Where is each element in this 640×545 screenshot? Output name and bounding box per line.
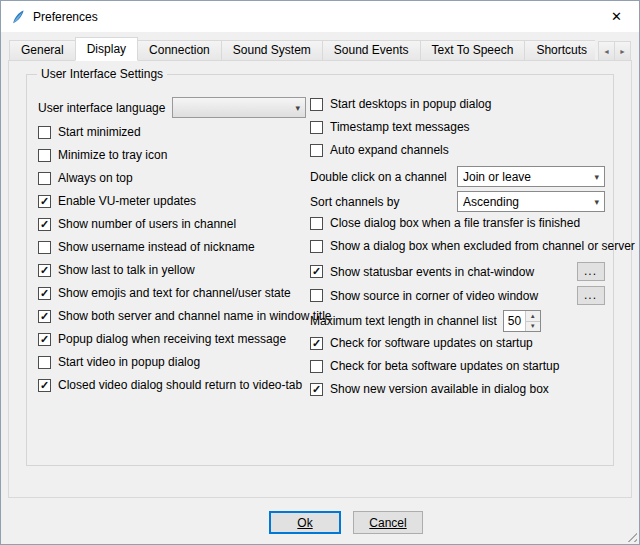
max-text-length-spinner[interactable]: 50 ▲ ▼ xyxy=(503,310,541,332)
checkbox[interactable]: ✓ xyxy=(38,241,51,254)
checkbox[interactable]: ✓ xyxy=(38,172,51,185)
checkbox[interactable]: ✓ xyxy=(38,195,51,208)
tab-scroll-right-icon[interactable]: ► xyxy=(614,41,631,61)
tab-general[interactable]: General xyxy=(9,40,76,61)
checkbox-row[interactable]: ✓ Close dialog box when a file transfer … xyxy=(310,216,605,230)
checkbox-row[interactable]: ✓ Show username instead of nickname xyxy=(38,240,306,254)
sort-channels-dropdown[interactable]: Ascending ▾ xyxy=(457,191,605,212)
checkbox-row[interactable]: ✓ Popup dialog when receiving text messa… xyxy=(38,332,306,346)
checkbox[interactable]: ✓ xyxy=(310,337,323,350)
checkbox-row[interactable]: ✓ Start minimized xyxy=(38,125,306,139)
checkbox-label: Show last to talk in yellow xyxy=(58,263,195,277)
resize-grip[interactable] xyxy=(624,529,637,542)
checkbox[interactable]: ✓ xyxy=(38,218,51,231)
cancel-button-label: Cancel xyxy=(369,516,406,530)
check-icon: ✓ xyxy=(40,265,49,276)
checkbox-label: Show emojis and text for channel/user st… xyxy=(58,286,291,300)
checkbox-row[interactable]: ✓ Minimize to tray icon xyxy=(38,148,306,162)
chevron-down-icon: ▾ xyxy=(594,197,599,207)
checkbox-label: Start minimized xyxy=(58,125,141,139)
chevron-down-icon: ▾ xyxy=(295,103,300,113)
checkbox-label: Always on top xyxy=(58,171,133,185)
checkbox-label: Show source in corner of video window xyxy=(330,289,538,303)
checkbox[interactable]: ✓ xyxy=(310,144,323,157)
video-source-more-button[interactable]: ... xyxy=(577,286,605,305)
language-dropdown[interactable]: ▾ xyxy=(172,97,306,118)
checkbox-label: Show new version available in dialog box xyxy=(330,382,549,396)
titlebar[interactable]: Preferences ✕ xyxy=(1,1,639,32)
statusbar-events-more-button[interactable]: ... xyxy=(577,262,605,281)
spin-up-icon[interactable]: ▲ xyxy=(526,311,540,322)
checkbox[interactable]: ✓ xyxy=(38,287,51,300)
checkbox[interactable]: ✓ xyxy=(310,217,323,230)
checkbox-label: Check for software updates on startup xyxy=(330,336,533,350)
checkbox[interactable]: ✓ xyxy=(310,121,323,134)
checkbox-row[interactable]: ✓ Show last to talk in yellow xyxy=(38,263,306,277)
checkbox[interactable]: ✓ xyxy=(310,360,323,373)
check-icon: ✓ xyxy=(312,266,321,277)
checkbox-label: Start desktops in popup dialog xyxy=(330,97,491,111)
checkbox-row[interactable]: ✓ Closed video dialog should return to v… xyxy=(38,378,306,392)
right-checkbox-list-bottom: ✓ Check for software updates on startup … xyxy=(310,336,605,396)
checkbox-label: Timestamp text messages xyxy=(330,120,470,134)
checkbox-label: Popup dialog when receiving text message xyxy=(58,332,286,346)
checkbox-row[interactable]: ✓ Check for software updates on startup xyxy=(310,336,605,350)
check-icon: ✓ xyxy=(40,288,49,299)
check-icon: ✓ xyxy=(312,338,321,349)
check-icon: ✓ xyxy=(40,196,49,207)
group-title: User Interface Settings xyxy=(37,67,167,81)
tab-shortcuts[interactable]: Shortcuts xyxy=(524,40,595,61)
checkbox-row[interactable]: ✓ Auto expand channels xyxy=(310,143,605,157)
double-click-label: Double click on a channel xyxy=(310,170,447,184)
tab-connection[interactable]: Connection xyxy=(137,40,222,61)
checkbox[interactable]: ✓ xyxy=(38,264,51,277)
checkbox-row[interactable]: ✓ Enable VU-meter updates xyxy=(38,194,306,208)
checkbox-label: Start video in popup dialog xyxy=(58,355,200,369)
checkbox[interactable]: ✓ xyxy=(310,383,323,396)
left-checkbox-list: ✓ Start minimized ✓ Minimize to tray ico… xyxy=(38,125,306,392)
double-click-setting-row: Double click on a channel Join or leave … xyxy=(310,166,605,187)
dropdown-value: Ascending xyxy=(463,195,590,209)
check-icon: ✓ xyxy=(40,380,49,391)
checkbox[interactable]: ✓ xyxy=(38,333,51,346)
preferences-dialog: Preferences ✕ General Display Connection… xyxy=(0,0,640,545)
checkbox[interactable]: ✓ xyxy=(38,379,51,392)
checkbox[interactable]: ✓ xyxy=(310,240,323,253)
checkbox-label: Show username instead of nickname xyxy=(58,240,255,254)
checkbox[interactable]: ✓ xyxy=(38,356,51,369)
spin-down-icon[interactable]: ▼ xyxy=(526,322,540,332)
checkbox[interactable]: ✓ xyxy=(38,310,51,323)
checkbox-row[interactable]: ✓ Start desktops in popup dialog xyxy=(310,97,605,111)
checkbox[interactable]: ✓ xyxy=(38,149,51,162)
checkbox[interactable]: ✓ xyxy=(38,126,51,139)
checkbox-row[interactable]: ✓ Show both server and channel name in w… xyxy=(38,309,306,323)
ok-button-label: Ok xyxy=(297,516,312,530)
right-checkbox-list-top: ✓ Start desktops in popup dialog ✓ Times… xyxy=(310,97,605,157)
tab-sound-system[interactable]: Sound System xyxy=(221,40,323,61)
tab-display[interactable]: Display xyxy=(75,37,138,61)
max-text-length-row: Maximum text length in channel list 50 ▲… xyxy=(310,310,605,332)
tab-sound-events[interactable]: Sound Events xyxy=(322,40,421,61)
statusbar-events-checkbox[interactable]: ✓ xyxy=(310,265,323,278)
video-source-checkbox[interactable]: ✓ xyxy=(310,289,323,302)
double-click-dropdown[interactable]: Join or leave ▾ xyxy=(457,166,605,187)
window-title: Preferences xyxy=(33,10,98,24)
cancel-button[interactable]: Cancel xyxy=(353,511,423,534)
checkbox-row[interactable]: ✓ Timestamp text messages xyxy=(310,120,605,134)
ok-button[interactable]: Ok xyxy=(269,511,341,534)
tab-text-to-speech[interactable]: Text To Speech xyxy=(420,40,526,61)
dropdown-value: Join or leave xyxy=(463,170,590,184)
checkbox-row[interactable]: ✓ Show a dialog box when excluded from c… xyxy=(310,239,605,253)
checkbox-row[interactable]: ✓ Show new version available in dialog b… xyxy=(310,382,605,396)
right-checkbox-list-mid: ✓ Close dialog box when a file transfer … xyxy=(310,216,605,253)
checkbox[interactable]: ✓ xyxy=(310,98,323,111)
checkbox-row[interactable]: ✓ Show number of users in channel xyxy=(38,217,306,231)
checkbox-label: Show number of users in channel xyxy=(58,217,236,231)
checkbox-row[interactable]: ✓ Check for beta software updates on sta… xyxy=(310,359,605,373)
tab-scroll-left-icon[interactable]: ◄ xyxy=(598,41,615,61)
checkbox-row[interactable]: ✓ Show emojis and text for channel/user … xyxy=(38,286,306,300)
checkbox-row[interactable]: ✓ Always on top xyxy=(38,171,306,185)
checkbox-row[interactable]: ✓ Start video in popup dialog xyxy=(38,355,306,369)
close-button[interactable]: ✕ xyxy=(594,1,639,32)
checkbox-label: Check for beta software updates on start… xyxy=(330,359,559,373)
